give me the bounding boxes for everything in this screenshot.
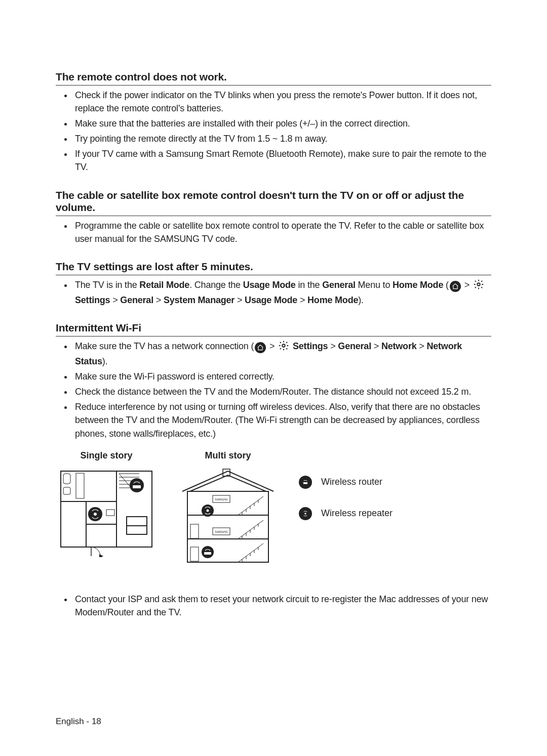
list-item: Make sure that the batteries are install… <box>73 117 491 130</box>
router-icon <box>299 476 312 489</box>
svg-point-0 <box>477 283 480 286</box>
list-item: Make sure the TV has a network connectio… <box>73 340 491 368</box>
section-heading: The TV settings are lost after 5 minutes… <box>56 261 491 275</box>
svg-rect-19 <box>133 485 141 488</box>
svg-rect-57 <box>303 482 307 484</box>
svg-rect-22 <box>106 510 114 516</box>
footer-page-number: 18 <box>92 717 101 726</box>
bullet-list: Programme the cable or satellite box rem… <box>56 219 491 245</box>
bullet-list: The TV is in the Retail Mode. Change the… <box>56 278 491 307</box>
svg-rect-15 <box>63 474 70 484</box>
section-heading: The cable or satellite box remote contro… <box>56 189 491 216</box>
bullet-list: Make sure the TV has a network connectio… <box>56 340 491 440</box>
diagram-label-multi: Multi story <box>205 450 251 461</box>
list-item: Check if the power indicator on the TV b… <box>73 89 491 115</box>
home-icon <box>450 281 461 292</box>
list-item: Try pointing the remote directly at the … <box>73 132 491 145</box>
single-story-floorplan <box>56 466 157 557</box>
svg-rect-56 <box>204 552 211 555</box>
page-footer: English - 18 <box>56 717 101 727</box>
list-item: The TV is in the Retail Mode. Change the… <box>73 278 491 307</box>
list-item: Reduce interference by not using or turn… <box>73 400 491 440</box>
svg-rect-16 <box>63 487 70 494</box>
svg-point-54 <box>207 509 209 512</box>
section-heading: Intermittent Wi-Fi <box>56 322 491 337</box>
gear-icon <box>473 279 484 293</box>
svg-rect-29 <box>190 524 199 538</box>
list-item: If your TV came with a Samsung Smart Rem… <box>73 147 491 174</box>
svg-text:SAMSUNG: SAMSUNG <box>215 530 227 533</box>
section-heading: The remote control does not work. <box>56 71 491 86</box>
legend-router-label: Wireless router <box>321 477 382 487</box>
repeater-icon <box>299 507 312 520</box>
svg-point-1 <box>282 344 285 347</box>
svg-rect-26 <box>187 491 268 562</box>
legend-repeater-label: Wireless repeater <box>321 508 393 519</box>
svg-marker-24 <box>99 554 103 557</box>
svg-point-58 <box>304 513 306 515</box>
list-item: Check the distance between the TV and th… <box>73 385 491 398</box>
gear-icon <box>278 340 289 355</box>
wifi-placement-diagram: Single storyMulti storySAMSUNGSAMSUNGWir… <box>56 450 491 567</box>
manual-page: The remote control does not work.Check i… <box>0 0 547 756</box>
svg-rect-17 <box>76 473 84 498</box>
bullet-list: Contact your ISP and ask them to reset y… <box>56 593 491 619</box>
list-item: Make sure the Wi-Fi password is entered … <box>73 370 491 383</box>
home-icon <box>255 342 266 353</box>
diagram-legend: Wireless routerWireless repeater <box>299 466 393 567</box>
diagram-label-single: Single story <box>80 450 132 461</box>
list-item: Programme the cable or satellite box rem… <box>73 219 491 245</box>
footer-language: English <box>56 717 84 726</box>
list-item: Contact your ISP and ask them to reset y… <box>73 593 491 619</box>
svg-text:SAMSUNG: SAMSUNG <box>215 498 227 501</box>
svg-rect-30 <box>190 547 199 561</box>
multi-story-elevation: SAMSUNGSAMSUNG <box>177 466 279 567</box>
bullet-list: Check if the power indicator on the TV b… <box>56 89 491 174</box>
svg-point-21 <box>94 513 97 516</box>
